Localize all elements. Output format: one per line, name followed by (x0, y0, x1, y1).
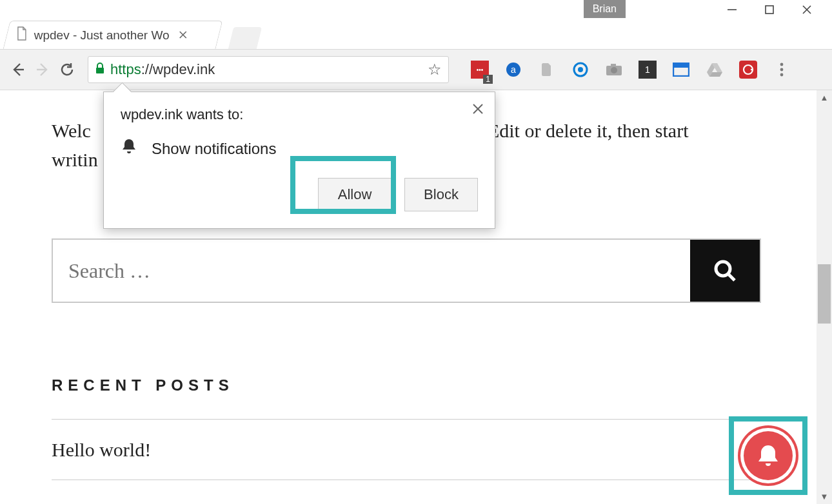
maximize-button[interactable] (762, 3, 777, 17)
recent-posts-heading: RECENT POSTS (52, 374, 780, 397)
window-extension-icon[interactable] (672, 61, 690, 79)
bookmark-star-icon[interactable]: ☆ (428, 61, 442, 79)
dialog-close-button[interactable] (471, 102, 484, 118)
chrome-menu-button[interactable] (773, 61, 791, 79)
extension-icons: •••1 a 1 (471, 61, 791, 79)
permission-row: Show notifications (121, 137, 478, 160)
allow-button[interactable]: Allow (318, 178, 391, 211)
scroll-down-arrow-icon[interactable]: ▼ (820, 489, 829, 504)
search-input[interactable] (53, 240, 690, 302)
intro-fragment-left: Welc (52, 120, 91, 141)
dialog-origin-text: wpdev.ink wants to: (121, 106, 478, 123)
browser-tab[interactable]: wpdev - Just another Wo (3, 21, 223, 49)
svg-rect-1 (766, 6, 773, 14)
forward-button[interactable] (34, 61, 52, 79)
amazon-extension-icon[interactable]: a (504, 61, 522, 79)
site-search-form (52, 238, 761, 303)
permission-label: Show notifications (152, 140, 276, 158)
tab-title: wpdev - Just another Wo (34, 28, 170, 43)
browser-toolbar: https ://wpdev.ink ☆ •••1 a 1 (0, 49, 832, 90)
search-submit-button[interactable] (690, 240, 760, 302)
block-button[interactable]: Block (404, 178, 478, 211)
url-host: ://wpdev.ink (141, 61, 215, 78)
svg-point-12 (611, 67, 617, 73)
scrollbar[interactable]: ▲ ▼ (817, 90, 832, 504)
extension-badge: 1 (483, 75, 493, 84)
svg-point-20 (716, 262, 730, 276)
annotation-highlight-bell (729, 416, 807, 495)
tab-strip: wpdev - Just another Wo (6, 19, 259, 49)
close-tab-icon[interactable] (179, 28, 188, 43)
camera-extension-icon[interactable] (605, 61, 623, 79)
scroll-up-arrow-icon[interactable]: ▲ (820, 90, 829, 105)
svg-rect-8 (96, 68, 104, 73)
svg-point-18 (780, 68, 784, 72)
notification-permission-dialog: wpdev.ink wants to: Show notifications A… (103, 92, 495, 229)
back-button[interactable] (9, 61, 27, 79)
recent-post-link[interactable]: Hello world! (52, 419, 761, 480)
intro-fragment-right: Edit or delete it, then start (488, 120, 689, 141)
chrome-profile-badge[interactable]: Brian (584, 0, 626, 18)
intro-line2: writin (52, 149, 98, 170)
lock-icon (95, 63, 105, 77)
target-extension-icon[interactable] (571, 61, 589, 79)
document-icon (16, 26, 28, 44)
search-icon (711, 257, 738, 284)
svg-rect-15 (673, 63, 689, 68)
window-controls (725, 3, 832, 17)
onetab-extension-icon[interactable]: 1 (639, 61, 657, 79)
svg-rect-13 (611, 64, 616, 66)
new-tab-button[interactable] (228, 27, 262, 49)
url-scheme: https (110, 61, 141, 78)
scrollbar-thumb[interactable] (818, 264, 831, 324)
svg-line-21 (728, 274, 735, 280)
bell-icon (121, 137, 137, 160)
svg-point-17 (780, 63, 784, 66)
svg-point-10 (578, 67, 583, 72)
svg-point-19 (780, 73, 784, 77)
lastpass-extension-icon[interactable]: •••1 (471, 61, 489, 79)
reload-button[interactable] (58, 61, 76, 79)
address-bar[interactable]: https ://wpdev.ink ☆ (88, 56, 449, 83)
minimize-button[interactable] (725, 3, 739, 17)
grammarly-extension-icon[interactable] (739, 61, 757, 79)
evernote-extension-icon[interactable] (538, 61, 556, 79)
drive-extension-icon[interactable] (706, 61, 724, 79)
close-window-button[interactable] (800, 3, 814, 17)
push-notification-bell-button[interactable] (740, 428, 796, 483)
